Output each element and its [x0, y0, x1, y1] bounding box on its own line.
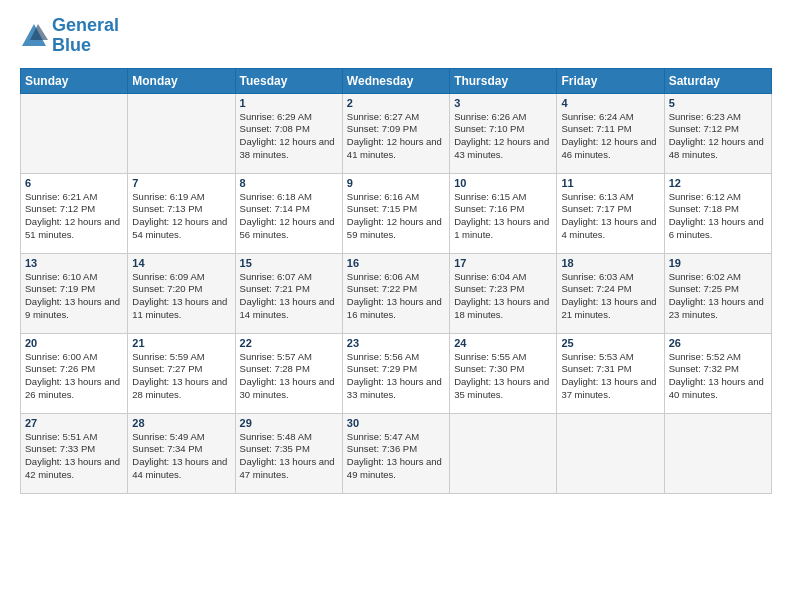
day-number: 19: [669, 257, 767, 269]
weekday-header: Wednesday: [342, 68, 449, 93]
calendar-cell: 4Sunrise: 6:24 AMSunset: 7:11 PMDaylight…: [557, 93, 664, 173]
day-info: Sunrise: 6:13 AMSunset: 7:17 PMDaylight:…: [561, 191, 659, 242]
day-number: 25: [561, 337, 659, 349]
day-number: 28: [132, 417, 230, 429]
calendar-cell: 3Sunrise: 6:26 AMSunset: 7:10 PMDaylight…: [450, 93, 557, 173]
calendar-cell: 20Sunrise: 6:00 AMSunset: 7:26 PMDayligh…: [21, 333, 128, 413]
day-number: 30: [347, 417, 445, 429]
day-number: 23: [347, 337, 445, 349]
calendar-cell: 22Sunrise: 5:57 AMSunset: 7:28 PMDayligh…: [235, 333, 342, 413]
calendar-table: SundayMondayTuesdayWednesdayThursdayFrid…: [20, 68, 772, 494]
day-number: 29: [240, 417, 338, 429]
day-number: 1: [240, 97, 338, 109]
calendar-cell: 2Sunrise: 6:27 AMSunset: 7:09 PMDaylight…: [342, 93, 449, 173]
day-info: Sunrise: 6:09 AMSunset: 7:20 PMDaylight:…: [132, 271, 230, 322]
day-info: Sunrise: 6:18 AMSunset: 7:14 PMDaylight:…: [240, 191, 338, 242]
day-info: Sunrise: 6:04 AMSunset: 7:23 PMDaylight:…: [454, 271, 552, 322]
weekday-header: Tuesday: [235, 68, 342, 93]
day-info: Sunrise: 5:48 AMSunset: 7:35 PMDaylight:…: [240, 431, 338, 482]
calendar-cell: 7Sunrise: 6:19 AMSunset: 7:13 PMDaylight…: [128, 173, 235, 253]
calendar-week-row: 13Sunrise: 6:10 AMSunset: 7:19 PMDayligh…: [21, 253, 772, 333]
calendar-cell: 27Sunrise: 5:51 AMSunset: 7:33 PMDayligh…: [21, 413, 128, 493]
day-number: 5: [669, 97, 767, 109]
logo-text: GeneralBlue: [52, 16, 119, 56]
day-number: 13: [25, 257, 123, 269]
calendar-cell: 14Sunrise: 6:09 AMSunset: 7:20 PMDayligh…: [128, 253, 235, 333]
day-number: 12: [669, 177, 767, 189]
day-info: Sunrise: 6:29 AMSunset: 7:08 PMDaylight:…: [240, 111, 338, 162]
day-number: 7: [132, 177, 230, 189]
calendar-cell: 28Sunrise: 5:49 AMSunset: 7:34 PMDayligh…: [128, 413, 235, 493]
calendar-cell: 21Sunrise: 5:59 AMSunset: 7:27 PMDayligh…: [128, 333, 235, 413]
calendar-week-row: 6Sunrise: 6:21 AMSunset: 7:12 PMDaylight…: [21, 173, 772, 253]
header: GeneralBlue: [20, 16, 772, 56]
day-info: Sunrise: 5:57 AMSunset: 7:28 PMDaylight:…: [240, 351, 338, 402]
day-info: Sunrise: 6:06 AMSunset: 7:22 PMDaylight:…: [347, 271, 445, 322]
day-info: Sunrise: 6:21 AMSunset: 7:12 PMDaylight:…: [25, 191, 123, 242]
calendar-cell: 10Sunrise: 6:15 AMSunset: 7:16 PMDayligh…: [450, 173, 557, 253]
day-info: Sunrise: 5:53 AMSunset: 7:31 PMDaylight:…: [561, 351, 659, 402]
day-number: 22: [240, 337, 338, 349]
page: GeneralBlue SundayMondayTuesdayWednesday…: [0, 0, 792, 510]
weekday-header: Friday: [557, 68, 664, 93]
day-info: Sunrise: 6:16 AMSunset: 7:15 PMDaylight:…: [347, 191, 445, 242]
logo: GeneralBlue: [20, 16, 119, 56]
calendar-cell: 16Sunrise: 6:06 AMSunset: 7:22 PMDayligh…: [342, 253, 449, 333]
day-number: 11: [561, 177, 659, 189]
calendar-cell: 9Sunrise: 6:16 AMSunset: 7:15 PMDaylight…: [342, 173, 449, 253]
calendar-cell: [664, 413, 771, 493]
day-info: Sunrise: 6:12 AMSunset: 7:18 PMDaylight:…: [669, 191, 767, 242]
logo-icon: [20, 22, 48, 50]
day-info: Sunrise: 5:49 AMSunset: 7:34 PMDaylight:…: [132, 431, 230, 482]
header-row: SundayMondayTuesdayWednesdayThursdayFrid…: [21, 68, 772, 93]
calendar-week-row: 1Sunrise: 6:29 AMSunset: 7:08 PMDaylight…: [21, 93, 772, 173]
day-number: 18: [561, 257, 659, 269]
calendar-cell: 26Sunrise: 5:52 AMSunset: 7:32 PMDayligh…: [664, 333, 771, 413]
calendar-cell: 29Sunrise: 5:48 AMSunset: 7:35 PMDayligh…: [235, 413, 342, 493]
day-number: 20: [25, 337, 123, 349]
calendar-header: SundayMondayTuesdayWednesdayThursdayFrid…: [21, 68, 772, 93]
day-info: Sunrise: 5:59 AMSunset: 7:27 PMDaylight:…: [132, 351, 230, 402]
calendar-cell: [21, 93, 128, 173]
calendar-cell: 17Sunrise: 6:04 AMSunset: 7:23 PMDayligh…: [450, 253, 557, 333]
day-number: 8: [240, 177, 338, 189]
day-info: Sunrise: 6:19 AMSunset: 7:13 PMDaylight:…: [132, 191, 230, 242]
day-number: 27: [25, 417, 123, 429]
calendar-cell: 19Sunrise: 6:02 AMSunset: 7:25 PMDayligh…: [664, 253, 771, 333]
day-number: 2: [347, 97, 445, 109]
day-info: Sunrise: 6:10 AMSunset: 7:19 PMDaylight:…: [25, 271, 123, 322]
day-number: 4: [561, 97, 659, 109]
day-number: 14: [132, 257, 230, 269]
calendar-cell: 24Sunrise: 5:55 AMSunset: 7:30 PMDayligh…: [450, 333, 557, 413]
day-info: Sunrise: 6:00 AMSunset: 7:26 PMDaylight:…: [25, 351, 123, 402]
calendar-cell: [128, 93, 235, 173]
day-info: Sunrise: 6:03 AMSunset: 7:24 PMDaylight:…: [561, 271, 659, 322]
calendar-cell: 15Sunrise: 6:07 AMSunset: 7:21 PMDayligh…: [235, 253, 342, 333]
calendar-cell: 12Sunrise: 6:12 AMSunset: 7:18 PMDayligh…: [664, 173, 771, 253]
calendar-cell: 23Sunrise: 5:56 AMSunset: 7:29 PMDayligh…: [342, 333, 449, 413]
day-info: Sunrise: 6:07 AMSunset: 7:21 PMDaylight:…: [240, 271, 338, 322]
calendar-cell: 1Sunrise: 6:29 AMSunset: 7:08 PMDaylight…: [235, 93, 342, 173]
weekday-header: Monday: [128, 68, 235, 93]
day-number: 3: [454, 97, 552, 109]
day-info: Sunrise: 6:24 AMSunset: 7:11 PMDaylight:…: [561, 111, 659, 162]
day-number: 6: [25, 177, 123, 189]
calendar-week-row: 27Sunrise: 5:51 AMSunset: 7:33 PMDayligh…: [21, 413, 772, 493]
calendar-cell: 13Sunrise: 6:10 AMSunset: 7:19 PMDayligh…: [21, 253, 128, 333]
day-info: Sunrise: 5:47 AMSunset: 7:36 PMDaylight:…: [347, 431, 445, 482]
day-number: 24: [454, 337, 552, 349]
weekday-header: Sunday: [21, 68, 128, 93]
day-info: Sunrise: 5:55 AMSunset: 7:30 PMDaylight:…: [454, 351, 552, 402]
calendar-cell: 6Sunrise: 6:21 AMSunset: 7:12 PMDaylight…: [21, 173, 128, 253]
calendar-cell: 5Sunrise: 6:23 AMSunset: 7:12 PMDaylight…: [664, 93, 771, 173]
day-info: Sunrise: 6:15 AMSunset: 7:16 PMDaylight:…: [454, 191, 552, 242]
day-number: 16: [347, 257, 445, 269]
calendar-cell: 25Sunrise: 5:53 AMSunset: 7:31 PMDayligh…: [557, 333, 664, 413]
day-info: Sunrise: 5:56 AMSunset: 7:29 PMDaylight:…: [347, 351, 445, 402]
day-number: 9: [347, 177, 445, 189]
calendar-cell: [557, 413, 664, 493]
weekday-header: Thursday: [450, 68, 557, 93]
calendar-cell: 18Sunrise: 6:03 AMSunset: 7:24 PMDayligh…: [557, 253, 664, 333]
day-info: Sunrise: 6:26 AMSunset: 7:10 PMDaylight:…: [454, 111, 552, 162]
calendar-body: 1Sunrise: 6:29 AMSunset: 7:08 PMDaylight…: [21, 93, 772, 493]
